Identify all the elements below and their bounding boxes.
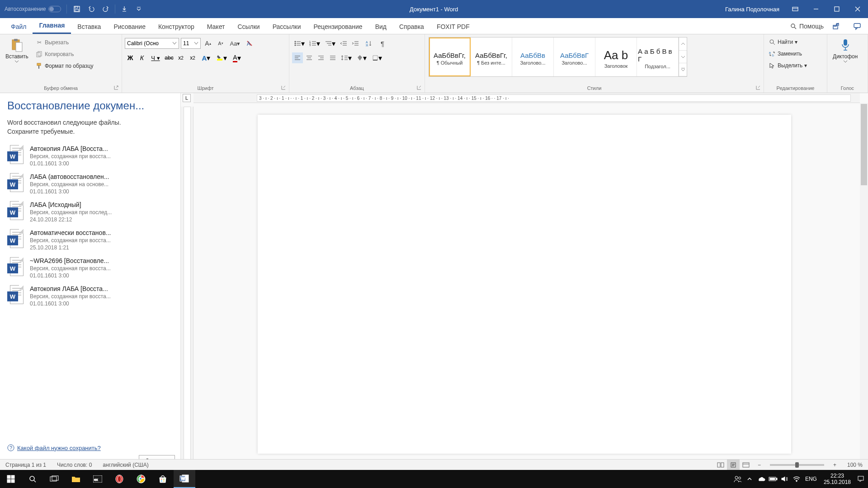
replace-button[interactable]: abЗаменить	[767, 49, 804, 59]
paste-button[interactable]: Вставить	[3, 36, 31, 65]
bullets-icon[interactable]: ▾	[292, 38, 307, 49]
underline-icon[interactable]: Ч ▾	[148, 52, 163, 63]
zoom-slider[interactable]	[770, 464, 824, 466]
battery-icon[interactable]	[768, 470, 778, 488]
recovery-help-link[interactable]: Какой файл нужно сохранить?	[17, 445, 101, 451]
gallery-down-icon[interactable]	[679, 51, 687, 64]
style-item[interactable]: АаБбВвГЗаголово...	[554, 38, 595, 76]
copy-button[interactable]: Копировать	[34, 50, 95, 59]
style-item[interactable]: АаБбВвЗаголово...	[512, 38, 554, 76]
sort-icon[interactable]: AЯ	[362, 38, 376, 49]
maximize-icon[interactable]	[826, 0, 847, 18]
minimize-icon[interactable]	[806, 0, 826, 18]
select-button[interactable]: Выделить ▾	[767, 61, 809, 70]
justify-icon[interactable]	[327, 52, 338, 63]
scrollbar-thumb[interactable]	[861, 104, 867, 185]
file-explorer-icon[interactable]	[65, 470, 87, 488]
zoom-out-icon[interactable]: −	[752, 462, 766, 468]
change-case-icon[interactable]: Aa▾	[228, 38, 242, 49]
dialog-launcher-icon[interactable]	[281, 85, 286, 91]
grow-font-icon[interactable]: A▴	[203, 38, 213, 49]
shrink-font-icon[interactable]: A▾	[215, 38, 226, 49]
print-layout-icon[interactable]	[727, 460, 740, 470]
input-language[interactable]: ENG	[803, 470, 819, 488]
tab-layout[interactable]: Макет	[201, 19, 231, 34]
tell-me[interactable]: Помощь	[790, 23, 824, 30]
tab-selector[interactable]: L	[183, 94, 191, 102]
tab-references[interactable]: Ссылки	[231, 19, 266, 34]
style-item[interactable]: АаБбВвГг,¶ Обычный	[429, 38, 471, 76]
style-item[interactable]: АаБбВвГг,¶ Без инте...	[471, 38, 512, 76]
tab-home[interactable]: Главная	[33, 18, 71, 34]
font-color-icon[interactable]: A▾	[230, 52, 244, 63]
ribbon-display-icon[interactable]	[785, 0, 806, 18]
status-language[interactable]: английский (США)	[97, 462, 154, 468]
style-item[interactable]: А а Б б В в ГПодзагол...	[637, 38, 679, 76]
tab-foxit[interactable]: FOXIT PDF	[430, 19, 476, 34]
bold-icon[interactable]: Ж	[125, 52, 136, 63]
tab-mailings[interactable]: Рассылки	[266, 19, 307, 34]
subscript-icon[interactable]: x2	[175, 52, 186, 63]
recovery-item[interactable]: WЛАБА [Исходный]Версия, созданная при по…	[7, 198, 175, 226]
format-painter-button[interactable]: Формат по образцу	[34, 61, 95, 70]
horizontal-ruler[interactable]: 3 · ı · 2 · ı · 1 · ı · · ı · 1 · ı · 2 …	[193, 93, 860, 103]
wifi-icon[interactable]	[791, 470, 802, 488]
increase-indent-icon[interactable]	[350, 38, 361, 49]
gallery-more-icon[interactable]	[679, 63, 687, 76]
action-center-icon[interactable]	[855, 470, 866, 488]
onedrive-icon[interactable]	[756, 470, 767, 488]
strikethrough-icon[interactable]: abc	[164, 52, 175, 63]
status-words[interactable]: Число слов: 0	[52, 462, 97, 468]
word-app-icon[interactable]: W	[174, 470, 195, 488]
cut-button[interactable]: ✂Вырезать	[34, 38, 95, 47]
read-mode-icon[interactable]	[714, 460, 727, 470]
tab-file[interactable]: Файл	[5, 19, 33, 34]
recovery-item[interactable]: WАвтоматически восстанов...Версия, созда…	[7, 226, 175, 254]
store-icon[interactable]	[152, 470, 174, 488]
undo-icon[interactable]	[85, 3, 98, 15]
volume-icon[interactable]	[779, 470, 790, 488]
multilevel-list-icon[interactable]: ▾	[323, 38, 337, 49]
italic-icon[interactable]: К	[137, 52, 147, 63]
status-page[interactable]: Страница 1 из 1	[0, 462, 52, 468]
dictate-button[interactable]: Диктофон	[830, 36, 860, 65]
vertical-ruler[interactable]	[181, 107, 193, 470]
line-spacing-icon[interactable]: ▾	[339, 52, 354, 63]
dialog-launcher-icon[interactable]	[416, 85, 422, 91]
web-layout-icon[interactable]	[740, 460, 752, 470]
style-item[interactable]: Aa bЗаголовок	[595, 38, 637, 76]
tab-draw[interactable]: Рисование	[107, 19, 152, 34]
share-icon[interactable]	[828, 19, 844, 33]
font-size-combo[interactable]: 11	[181, 38, 201, 49]
align-right-icon[interactable]	[316, 52, 326, 63]
user-name[interactable]: Галина Подолочная	[720, 6, 785, 13]
close-icon[interactable]	[847, 0, 868, 18]
gallery-up-icon[interactable]	[679, 38, 687, 51]
comments-icon[interactable]	[849, 19, 865, 33]
recovery-item[interactable]: WЛАБА (автовосстановлен...Версия, создан…	[7, 170, 175, 198]
tab-view[interactable]: Вид	[369, 19, 393, 34]
dialog-launcher-icon[interactable]	[113, 85, 119, 91]
zoom-level[interactable]: 100 %	[842, 462, 868, 468]
people-icon[interactable]	[732, 470, 743, 488]
tab-insert[interactable]: Вставка	[71, 19, 107, 34]
save-icon[interactable]	[71, 3, 83, 15]
touch-mode-icon[interactable]	[118, 3, 131, 15]
taskbar-clock[interactable]: 22:2325.10.2018	[820, 473, 854, 486]
tab-help[interactable]: Справка	[393, 19, 430, 34]
shading-icon[interactable]: ▾	[354, 52, 369, 63]
find-button[interactable]: Найти ▾	[767, 37, 799, 47]
show-marks-icon[interactable]: ¶	[377, 38, 388, 49]
highlight-icon[interactable]: ▾	[214, 52, 229, 63]
tab-design[interactable]: Конструктор	[152, 19, 201, 34]
dialog-launcher-icon[interactable]	[755, 85, 761, 91]
start-button[interactable]	[0, 470, 22, 488]
decrease-indent-icon[interactable]	[338, 38, 349, 49]
opera-icon[interactable]	[108, 470, 130, 488]
tab-review[interactable]: Рецензирование	[307, 19, 369, 34]
search-icon[interactable]	[22, 470, 43, 488]
app-exness-icon[interactable]: ex	[87, 470, 108, 488]
redo-icon[interactable]	[99, 3, 112, 15]
font-name-combo[interactable]: Calibri (Осно	[125, 38, 179, 49]
tray-expand-icon[interactable]	[744, 470, 755, 488]
